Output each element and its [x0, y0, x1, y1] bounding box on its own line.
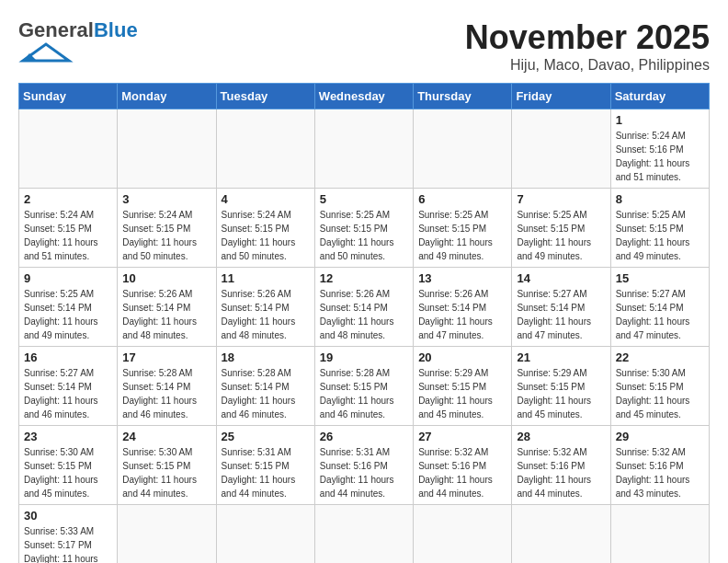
day-number: 30	[24, 509, 112, 523]
day-info: Sunrise: 5:24 AMSunset: 5:15 PMDaylight:…	[122, 208, 210, 263]
calendar-day-cell: 8Sunrise: 5:25 AMSunset: 5:15 PMDaylight…	[610, 189, 709, 268]
day-number: 14	[517, 271, 605, 285]
day-number: 15	[616, 271, 704, 285]
calendar-day-cell: 12Sunrise: 5:26 AMSunset: 5:14 PMDayligh…	[314, 268, 413, 347]
day-number: 21	[517, 350, 605, 364]
svg-marker-1	[23, 53, 37, 61]
day-number: 8	[616, 192, 704, 206]
location-subtitle: Hiju, Maco, Davao, Philippines	[465, 57, 710, 74]
calendar-day-cell	[118, 109, 216, 189]
day-info: Sunrise: 5:29 AMSunset: 5:15 PMDaylight:…	[517, 366, 605, 421]
day-number: 23	[24, 430, 112, 443]
calendar-day-cell	[512, 109, 610, 189]
calendar-week-row: 16Sunrise: 5:27 AMSunset: 5:14 PMDayligh…	[19, 347, 710, 426]
day-number: 25	[222, 430, 310, 443]
day-info: Sunrise: 5:32 AMSunset: 5:16 PMDaylight:…	[616, 445, 704, 500]
calendar-day-cell: 7Sunrise: 5:25 AMSunset: 5:15 PMDaylight…	[512, 189, 610, 268]
day-info: Sunrise: 5:26 AMSunset: 5:14 PMDaylight:…	[122, 287, 210, 342]
day-info: Sunrise: 5:33 AMSunset: 5:17 PMDaylight:…	[24, 524, 112, 563]
calendar-day-cell: 3Sunrise: 5:24 AMSunset: 5:15 PMDaylight…	[118, 189, 216, 268]
logo-icon	[18, 42, 74, 63]
logo-blue-text: Blue	[94, 18, 138, 42]
calendar-day-cell	[314, 109, 413, 189]
day-number: 16	[24, 350, 112, 364]
day-info: Sunrise: 5:30 AMSunset: 5:15 PMDaylight:…	[122, 445, 210, 500]
weekday-header: Thursday	[414, 84, 512, 109]
day-info: Sunrise: 5:26 AMSunset: 5:14 PMDaylight:…	[320, 287, 408, 342]
calendar-week-row: 30Sunrise: 5:33 AMSunset: 5:17 PMDayligh…	[19, 505, 710, 564]
day-info: Sunrise: 5:25 AMSunset: 5:15 PMDaylight:…	[616, 208, 704, 263]
day-info: Sunrise: 5:24 AMSunset: 5:16 PMDaylight:…	[616, 129, 704, 184]
weekday-header: Monday	[118, 84, 216, 109]
calendar-day-cell: 30Sunrise: 5:33 AMSunset: 5:17 PMDayligh…	[19, 505, 118, 564]
calendar-day-cell: 9Sunrise: 5:25 AMSunset: 5:14 PMDaylight…	[19, 268, 118, 347]
page-header: General Blue November 2025 Hiju, Maco, D…	[18, 18, 710, 74]
day-number: 6	[418, 192, 506, 206]
calendar-day-cell: 17Sunrise: 5:28 AMSunset: 5:14 PMDayligh…	[118, 347, 216, 426]
calendar-day-cell: 2Sunrise: 5:24 AMSunset: 5:15 PMDaylight…	[19, 189, 118, 268]
weekday-header: Sunday	[19, 84, 118, 109]
day-number: 28	[517, 430, 605, 443]
day-info: Sunrise: 5:25 AMSunset: 5:15 PMDaylight:…	[320, 208, 408, 263]
weekday-header: Tuesday	[216, 84, 314, 109]
calendar-day-cell: 1Sunrise: 5:24 AMSunset: 5:16 PMDaylight…	[610, 109, 709, 189]
day-info: Sunrise: 5:27 AMSunset: 5:14 PMDaylight:…	[616, 287, 704, 342]
day-info: Sunrise: 5:24 AMSunset: 5:15 PMDaylight:…	[222, 208, 310, 263]
calendar-week-row: 9Sunrise: 5:25 AMSunset: 5:14 PMDaylight…	[19, 268, 710, 347]
day-info: Sunrise: 5:24 AMSunset: 5:15 PMDaylight:…	[24, 208, 112, 263]
day-info: Sunrise: 5:29 AMSunset: 5:15 PMDaylight:…	[418, 366, 506, 421]
day-number: 27	[418, 430, 506, 443]
day-number: 4	[222, 192, 310, 206]
day-number: 19	[320, 350, 408, 364]
day-number: 13	[418, 271, 506, 285]
day-info: Sunrise: 5:26 AMSunset: 5:14 PMDaylight:…	[222, 287, 310, 342]
month-title: November 2025	[465, 18, 710, 57]
day-info: Sunrise: 5:25 AMSunset: 5:15 PMDaylight:…	[418, 208, 506, 263]
calendar-day-cell	[19, 109, 118, 189]
calendar-table: SundayMondayTuesdayWednesdayThursdayFrid…	[18, 83, 710, 563]
day-info: Sunrise: 5:30 AMSunset: 5:15 PMDaylight:…	[24, 445, 112, 500]
day-info: Sunrise: 5:26 AMSunset: 5:14 PMDaylight:…	[418, 287, 506, 342]
calendar-day-cell: 20Sunrise: 5:29 AMSunset: 5:15 PMDayligh…	[414, 347, 512, 426]
calendar-day-cell	[314, 505, 413, 564]
day-number: 1	[616, 113, 704, 127]
day-info: Sunrise: 5:32 AMSunset: 5:16 PMDaylight:…	[517, 445, 605, 500]
calendar-day-cell: 24Sunrise: 5:30 AMSunset: 5:15 PMDayligh…	[118, 426, 216, 505]
day-number: 17	[122, 350, 210, 364]
calendar-day-cell	[512, 505, 610, 564]
day-info: Sunrise: 5:28 AMSunset: 5:15 PMDaylight:…	[320, 366, 408, 421]
logo: General Blue	[18, 18, 138, 63]
day-info: Sunrise: 5:25 AMSunset: 5:15 PMDaylight:…	[517, 208, 605, 263]
logo-general-text: General	[18, 18, 94, 42]
calendar-day-cell: 23Sunrise: 5:30 AMSunset: 5:15 PMDayligh…	[19, 426, 118, 505]
day-number: 3	[122, 192, 210, 206]
calendar-day-cell: 6Sunrise: 5:25 AMSunset: 5:15 PMDaylight…	[414, 189, 512, 268]
day-info: Sunrise: 5:27 AMSunset: 5:14 PMDaylight:…	[24, 366, 112, 421]
day-number: 24	[122, 430, 210, 443]
calendar-day-cell: 28Sunrise: 5:32 AMSunset: 5:16 PMDayligh…	[512, 426, 610, 505]
day-number: 26	[320, 430, 408, 443]
calendar-day-cell: 18Sunrise: 5:28 AMSunset: 5:14 PMDayligh…	[216, 347, 314, 426]
calendar-day-cell: 5Sunrise: 5:25 AMSunset: 5:15 PMDaylight…	[314, 189, 413, 268]
calendar-day-cell: 16Sunrise: 5:27 AMSunset: 5:14 PMDayligh…	[19, 347, 118, 426]
calendar-week-row: 23Sunrise: 5:30 AMSunset: 5:15 PMDayligh…	[19, 426, 710, 505]
day-info: Sunrise: 5:30 AMSunset: 5:15 PMDaylight:…	[616, 366, 704, 421]
day-number: 11	[222, 271, 310, 285]
title-section: November 2025 Hiju, Maco, Davao, Philipp…	[465, 18, 710, 74]
day-info: Sunrise: 5:31 AMSunset: 5:15 PMDaylight:…	[222, 445, 310, 500]
calendar-day-cell: 19Sunrise: 5:28 AMSunset: 5:15 PMDayligh…	[314, 347, 413, 426]
day-info: Sunrise: 5:28 AMSunset: 5:14 PMDaylight:…	[122, 366, 210, 421]
calendar-header-row: SundayMondayTuesdayWednesdayThursdayFrid…	[19, 84, 710, 109]
calendar-day-cell: 11Sunrise: 5:26 AMSunset: 5:14 PMDayligh…	[216, 268, 314, 347]
calendar-day-cell: 22Sunrise: 5:30 AMSunset: 5:15 PMDayligh…	[610, 347, 709, 426]
calendar-day-cell: 10Sunrise: 5:26 AMSunset: 5:14 PMDayligh…	[118, 268, 216, 347]
weekday-header: Wednesday	[314, 84, 413, 109]
calendar-day-cell: 13Sunrise: 5:26 AMSunset: 5:14 PMDayligh…	[414, 268, 512, 347]
calendar-day-cell	[216, 505, 314, 564]
weekday-header: Saturday	[610, 84, 709, 109]
calendar-day-cell: 27Sunrise: 5:32 AMSunset: 5:16 PMDayligh…	[414, 426, 512, 505]
calendar-day-cell: 14Sunrise: 5:27 AMSunset: 5:14 PMDayligh…	[512, 268, 610, 347]
calendar-day-cell	[610, 505, 709, 564]
calendar-day-cell: 4Sunrise: 5:24 AMSunset: 5:15 PMDaylight…	[216, 189, 314, 268]
calendar-day-cell	[414, 109, 512, 189]
